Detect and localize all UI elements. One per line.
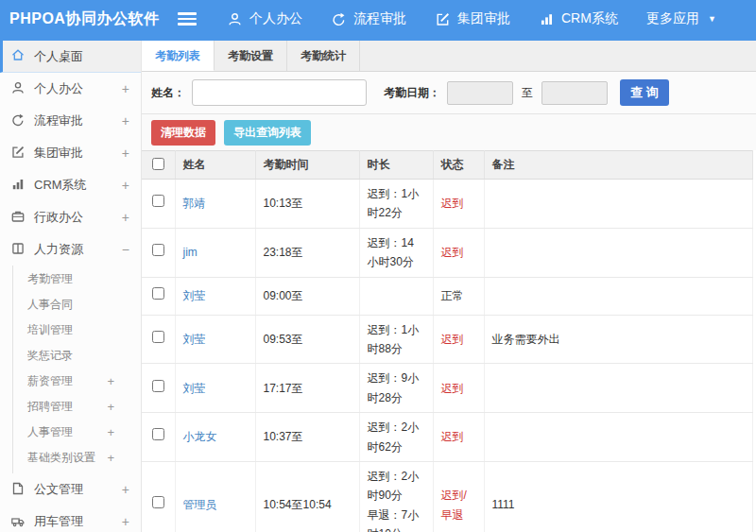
attendance-date-label: 考勤日期： — [384, 85, 440, 101]
duration-cell: 迟到：1小时88分 — [359, 315, 433, 364]
expand-icon[interactable]: + — [122, 210, 129, 225]
expand-icon[interactable]: + — [122, 178, 129, 193]
sidebar-subitem-base-category-settings[interactable]: 基础类别设置 + — [13, 445, 141, 471]
attendance-time-cell: 10:54至10:54 — [255, 461, 359, 532]
employee-name-link[interactable]: 刘莹 — [183, 382, 206, 395]
date-from-input[interactable] — [447, 81, 513, 105]
book-icon — [10, 241, 34, 259]
employee-name-link[interactable]: 刘莹 — [183, 333, 206, 346]
status-text: 迟到 — [441, 333, 464, 346]
sidebar-item-document-mgmt[interactable]: 公文管理 + — [0, 473, 141, 506]
employee-name-link[interactable]: 管理员 — [183, 498, 217, 511]
table-row: 刘莹 17:17至 迟到：9小时28分 迟到 — [142, 364, 753, 413]
column-header-attendance-time: 考勤时间 — [255, 151, 359, 180]
employee-name-link[interactable]: jim — [183, 246, 198, 259]
sidebar-subitem-attendance-mgmt[interactable]: 考勤管理 — [13, 266, 141, 292]
status-text: 迟到/早退 — [441, 489, 467, 521]
sidebar-item-workflow-approval[interactable]: 流程审批 + — [0, 105, 141, 137]
expand-icon[interactable]: + — [107, 425, 114, 439]
expand-icon[interactable]: + — [122, 146, 129, 161]
sidebar-subitem-recruitment-mgmt[interactable]: 招聘管理 + — [13, 394, 141, 420]
name-search-input[interactable] — [192, 79, 367, 106]
table-header-row: 姓名 考勤时间 时长 状态 备注 — [142, 151, 753, 180]
briefcase-icon — [10, 209, 34, 227]
row-checkbox[interactable] — [152, 331, 164, 343]
select-all-checkbox[interactable] — [152, 158, 164, 170]
sidebar-subitem-hr-contracts[interactable]: 人事合同 — [13, 292, 141, 317]
tab-attendance-list[interactable]: 考勤列表 — [142, 41, 215, 71]
document-icon — [10, 481, 34, 499]
duration-cell: 迟到：1小时22分 — [359, 180, 433, 229]
app-window: PHPOA协同办公软件 个人办公 流程审批 集团审批 CRM系统 更多应用 ▼ — [0, 0, 756, 532]
row-checkbox[interactable] — [152, 380, 164, 392]
employee-name-link[interactable]: 小龙女 — [183, 430, 217, 443]
bar-chart-icon — [539, 11, 555, 27]
status-text: 迟到 — [441, 246, 464, 259]
note-cell — [484, 364, 753, 413]
nav-group-approval[interactable]: 集团审批 — [435, 10, 510, 27]
sidebar-item-admin-office[interactable]: 行政办公 + — [0, 201, 141, 233]
expand-icon[interactable]: + — [107, 451, 114, 465]
employee-name-link[interactable]: 刘莹 — [183, 289, 206, 302]
row-checkbox[interactable] — [152, 195, 164, 207]
status-text: 迟到 — [441, 382, 464, 395]
expand-icon[interactable]: + — [107, 400, 114, 414]
process-icon — [10, 112, 34, 130]
sidebar-item-personal-office[interactable]: 个人办公 + — [0, 73, 141, 105]
sidebar-subitem-personnel-mgmt[interactable]: 人事管理 + — [13, 420, 141, 445]
attendance-time-cell: 10:13至 — [255, 180, 359, 229]
sidebar-item-crm-system[interactable]: CRM系统 + — [0, 169, 141, 201]
nav-personal-office[interactable]: 个人办公 — [227, 10, 302, 27]
clean-data-button[interactable]: 清理数据 — [151, 120, 215, 146]
row-checkbox[interactable] — [152, 287, 164, 300]
duration-cell: 迟到：2小时90分早退：7小时10分 — [359, 461, 433, 532]
expand-icon[interactable]: + — [122, 81, 129, 96]
sidebar-subitem-rewards-records[interactable]: 奖惩记录 — [13, 343, 141, 369]
name-label: 姓名： — [151, 85, 185, 101]
expand-icon[interactable]: + — [122, 514, 129, 529]
sidebar-item-human-resources[interactable]: 人力资源 − — [0, 233, 141, 266]
nav-more-apps[interactable]: 更多应用 ▼ — [646, 10, 716, 27]
sidebar-item-vehicle-mgmt[interactable]: 用车管理 + — [0, 506, 141, 532]
truck-icon — [10, 513, 34, 531]
tab-attendance-statistics[interactable]: 考勤统计 — [287, 41, 360, 71]
sidebar-toggle-icon[interactable] — [178, 9, 197, 28]
sidebar: 个人桌面 个人办公 + 流程审批 + 集团审批 + CRM系统 + — [0, 41, 142, 532]
top-nav: 个人办公 流程审批 集团审批 CRM系统 更多应用 ▼ — [227, 10, 716, 27]
main-content: 考勤列表 考勤设置 考勤统计 姓名： 考勤日期： 至 查 询 清理数据 导出查询… — [142, 41, 756, 532]
export-query-list-button[interactable]: 导出查询列表 — [224, 120, 311, 146]
sidebar-item-group-approval[interactable]: 集团审批 + — [0, 137, 141, 169]
employee-name-link[interactable]: 郭靖 — [183, 197, 206, 210]
expand-icon[interactable]: + — [107, 374, 114, 388]
duration-cell: 迟到：2小时62分 — [359, 413, 433, 462]
expand-icon[interactable]: + — [122, 113, 129, 129]
nav-workflow-approval[interactable]: 流程审批 — [331, 10, 406, 27]
row-checkbox[interactable] — [152, 244, 164, 256]
expand-icon[interactable]: + — [122, 482, 129, 497]
note-cell: 业务需要外出 — [484, 315, 753, 364]
attendance-table: 姓名 考勤时间 时长 状态 备注 郭靖 10:13至 迟到：1小时22分 迟到 … — [142, 150, 753, 532]
date-to-input[interactable] — [541, 81, 608, 105]
nav-crm-system[interactable]: CRM系统 — [539, 10, 618, 27]
tab-bar: 考勤列表 考勤设置 考勤统计 — [142, 41, 756, 72]
attendance-time-cell: 09:00至 — [255, 277, 359, 315]
note-cell — [484, 413, 753, 462]
tab-attendance-settings[interactable]: 考勤设置 — [215, 41, 287, 71]
duration-cell: 迟到：14小时30分 — [359, 228, 433, 277]
duration-cell: 迟到：9小时28分 — [359, 364, 433, 413]
row-checkbox[interactable] — [152, 496, 164, 508]
sidebar-subitem-salary-mgmt[interactable]: 薪资管理 + — [13, 369, 141, 394]
bar-chart-icon — [10, 177, 34, 195]
collapse-icon[interactable]: − — [122, 242, 129, 257]
column-header-name: 姓名 — [175, 151, 255, 180]
table-row: 刘莹 09:53至 迟到：1小时88分 迟到 业务需要外出 — [142, 315, 753, 364]
note-cell — [484, 228, 753, 277]
attendance-time-cell: 23:18至 — [255, 228, 359, 277]
search-button[interactable]: 查 询 — [620, 79, 669, 106]
row-checkbox[interactable] — [152, 428, 164, 440]
table-row: jim 23:18至 迟到：14小时30分 迟到 — [142, 228, 753, 277]
sidebar-item-personal-desktop[interactable]: 个人桌面 — [0, 41, 141, 73]
process-icon — [331, 11, 347, 27]
table-row: 郭靖 10:13至 迟到：1小时22分 迟到 — [142, 180, 753, 229]
sidebar-subitem-training-mgmt[interactable]: 培训管理 — [13, 317, 141, 343]
